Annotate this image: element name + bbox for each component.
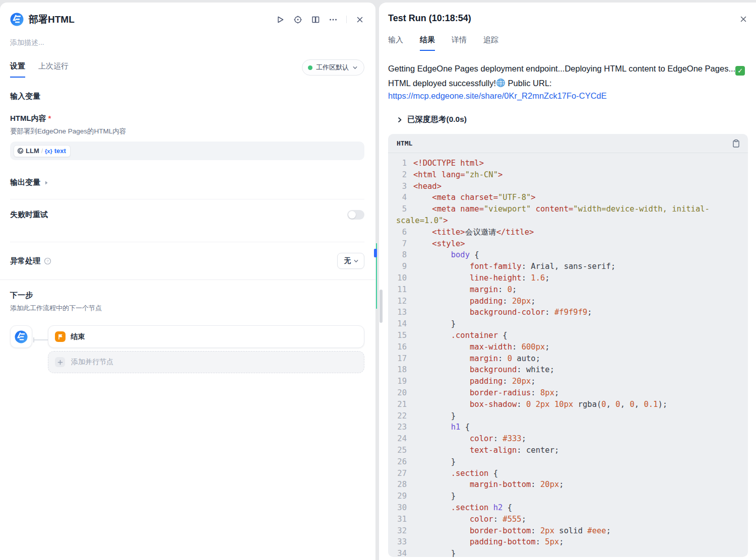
line-number: 13 <box>396 307 407 318</box>
code-lines: 1<!DOCTYPE html>2<html lang="zh-CN">3<he… <box>388 153 748 557</box>
code-row: 30 .section h2 { <box>396 502 740 514</box>
toolbar-divider <box>346 16 347 23</box>
next-step-node-graph: 结束 添加并行节点 <box>10 325 364 373</box>
variable-braces: {x} <box>45 148 52 154</box>
node-title: 部署HTML <box>29 13 75 26</box>
help-icon[interactable]: ? <box>44 257 51 265</box>
line-number: 32 <box>396 525 407 537</box>
line-number: 14 <box>396 318 407 330</box>
description-input[interactable]: 添加描述... <box>10 38 364 47</box>
code-row: 20 border-radius: 8px; <box>396 387 740 399</box>
copy-code-icon[interactable] <box>732 139 740 148</box>
variable-chip[interactable]: LLM / {x} text <box>14 145 71 157</box>
error-handling-label: 异常处理 <box>10 256 40 266</box>
code-row: 10 line-height: 1.6; <box>396 272 740 284</box>
input-variables-heading: 输入变量 <box>10 92 364 101</box>
config-tabs: 设置 上次运行 <box>10 61 69 78</box>
code-row: 24 color: #333; <box>396 433 740 445</box>
code-row: 31 color: #555; <box>396 514 740 525</box>
retry-toggle[interactable] <box>347 210 364 220</box>
run-play-icon[interactable] <box>276 15 285 24</box>
tab-input[interactable]: 输入 <box>388 35 403 51</box>
next-step-description: 添加此工作流程中的下一个节点 <box>10 304 364 313</box>
code-row: 13 background-color: #f9f9f9; <box>396 307 740 318</box>
workspace-selector-label: 工作区默认 <box>316 63 349 72</box>
line-number: 3 <box>396 181 407 192</box>
close-test-run-icon[interactable] <box>739 15 748 24</box>
chevron-right-icon <box>44 180 49 185</box>
close-panel-icon[interactable] <box>355 15 364 24</box>
chevron-right-icon <box>397 117 403 123</box>
line-number: 23 <box>396 422 407 433</box>
code-row: 17 margin: 0 auto; <box>396 353 740 365</box>
next-step-heading: 下一步 <box>10 291 364 300</box>
html-content-description: 要部署到EdgeOne Pages的HTML内容 <box>10 127 364 136</box>
scrollbar-thumb[interactable] <box>380 290 383 323</box>
code-row: 16 max-width: 600px; <box>396 341 740 353</box>
variable-name: text <box>54 147 66 155</box>
line-number: 22 <box>396 410 407 422</box>
svg-text:?: ? <box>46 259 49 263</box>
code-row: 28 margin-bottom: 20px; <box>396 479 740 491</box>
code-row: 32 border-bottom: 2px solid #eee; <box>396 525 740 537</box>
line-number: 16 <box>396 341 407 353</box>
code-row: 4 <meta charset="UTF-8"> <box>396 192 740 203</box>
line-number: 21 <box>396 399 407 410</box>
result-text-segment: Getting EdgeOne Pages deployment endpoin… <box>388 64 735 73</box>
code-row: 23 h1 { <box>396 422 740 433</box>
line-number: 7 <box>396 238 407 250</box>
line-number: 29 <box>396 491 407 502</box>
line-number: 12 <box>396 296 407 307</box>
plus-icon <box>55 357 65 367</box>
line-number: 8 <box>396 249 407 261</box>
chip-separator: / <box>41 148 43 155</box>
thought-label: 已深度思考(0.0s) <box>407 114 467 125</box>
output-variables-heading: 输出变量 <box>10 178 40 187</box>
end-node-label: 结束 <box>71 332 85 341</box>
line-number: 26 <box>396 456 407 468</box>
required-asterisk: * <box>48 114 51 122</box>
public-url-link[interactable]: https://mcp.edgeone.site/share/0Kr_R2mnZ… <box>388 91 607 101</box>
line-number: 27 <box>396 468 407 479</box>
line-number: 19 <box>396 376 407 387</box>
html-content-label: HTML内容 <box>10 114 46 123</box>
code-row: 29 } <box>396 491 740 502</box>
code-row: 15 .container { <box>396 330 740 341</box>
code-row: 7 <style> <box>396 238 740 250</box>
edgeone-node-logo-icon <box>15 330 28 343</box>
code-row: 12 padding: 20px; <box>396 296 740 307</box>
code-row: 19 padding: 20px; <box>396 376 740 387</box>
docs-book-icon[interactable] <box>311 15 320 24</box>
status-dot <box>308 65 312 70</box>
tab-settings[interactable]: 设置 <box>10 61 25 78</box>
toggle-knob <box>348 211 356 219</box>
workspace-selector[interactable]: 工作区默认 <box>302 59 364 76</box>
end-node-card[interactable]: 结束 <box>48 325 364 348</box>
line-number: 34 <box>396 548 407 557</box>
node-panel-header: 部署HTML <box>10 13 364 26</box>
line-number: 17 <box>396 353 407 365</box>
tab-detail[interactable]: 详情 <box>452 35 467 51</box>
code-row: 21 box-shadow: 0 2px 10px rgba(0, 0, 0, … <box>396 399 740 410</box>
code-row: 27 .section { <box>396 468 740 479</box>
line-number: 20 <box>396 387 407 399</box>
node-toolbar <box>276 15 364 24</box>
current-node-card[interactable] <box>10 325 32 348</box>
tab-result[interactable]: 结果 <box>420 35 435 51</box>
error-handling-dropdown[interactable]: 无 <box>337 253 365 269</box>
add-parallel-node-button[interactable]: 添加并行节点 <box>48 351 364 373</box>
tab-last-run[interactable]: 上次运行 <box>38 61 69 78</box>
html-content-variable-field[interactable]: LLM / {x} text <box>10 142 364 160</box>
tab-trace[interactable]: 追踪 <box>483 35 498 51</box>
section-divider <box>0 279 375 280</box>
line-number: 30 <box>396 502 407 514</box>
thought-collapse-toggle[interactable]: 已深度思考(0.0s) <box>388 114 748 125</box>
more-options-icon[interactable] <box>329 15 338 24</box>
code-block: HTML 1<!DOCTYPE html>2<html lang="zh-CN"… <box>388 134 748 557</box>
line-number: 1 <box>396 158 407 169</box>
output-variables-toggle[interactable]: 输出变量 <box>10 178 364 187</box>
code-row: 11 margin: 0; <box>396 284 740 296</box>
line-number: 33 <box>396 536 407 548</box>
locate-node-icon[interactable] <box>293 15 302 24</box>
result-text-segment: HTML deployed successfully! <box>388 79 496 88</box>
